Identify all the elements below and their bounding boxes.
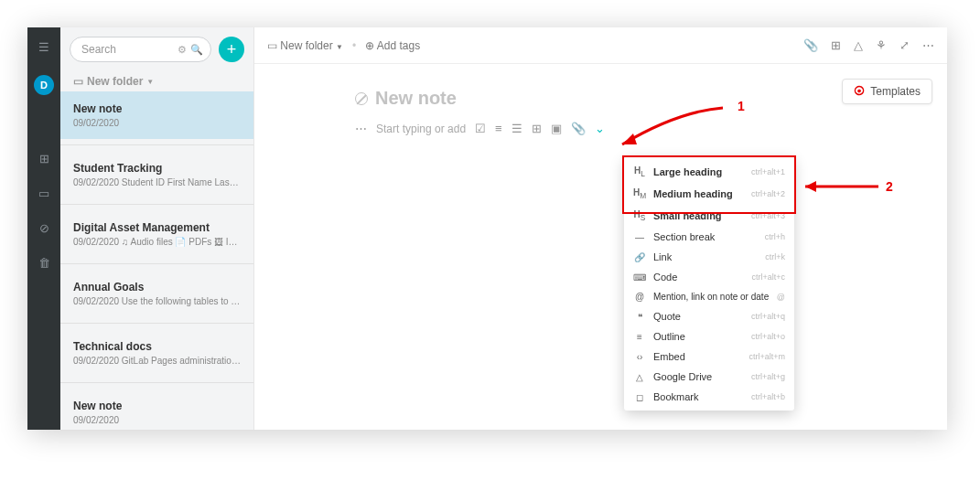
note-list: New note 09/02/2020 Student Tracking 09/…	[60, 91, 253, 430]
menu-item-google-drive[interactable]: △Google Drivectrl+alt+g	[624, 367, 794, 387]
note-item[interactable]: Digital Asset Management 09/02/2020 ♫ Au…	[60, 210, 253, 258]
add-tags-button[interactable]: ⊕ Add tags	[365, 39, 420, 52]
menu-item-link[interactable]: 🔗Linkctrl+k	[624, 247, 794, 267]
menu-item-section-break[interactable]: —Section breakctrl+h	[624, 227, 794, 247]
app-rail: ☰ D ⊞ ▭ ⊘ 🗑	[27, 27, 60, 430]
menu-item-medium-heading[interactable]: HMMedium headingctrl+alt+2	[624, 183, 794, 205]
notifications-icon[interactable]: △	[854, 38, 863, 52]
body-placeholder[interactable]: Start typing or add	[376, 123, 466, 135]
sidebar: Search ⚙🔍 + ▭ New folder ▼ New note 09/0…	[60, 27, 254, 430]
search-placeholder: Search	[81, 43, 116, 56]
tag-icon[interactable]: ⊘	[38, 221, 50, 234]
menu-item-quote[interactable]: ❝Quotectrl+alt+q	[624, 306, 794, 326]
avatar[interactable]: D	[34, 75, 54, 95]
note-item[interactable]: Technical docs 09/02/2020 GitLab Pages a…	[60, 329, 253, 377]
sidebar-folder-label[interactable]: ▭ New folder ▼	[60, 68, 253, 91]
note-title: New note	[73, 400, 241, 412]
menu-icon[interactable]: ☰	[38, 40, 50, 53]
search-input[interactable]: Search ⚙🔍	[70, 37, 211, 62]
add-note-button[interactable]: +	[219, 37, 244, 62]
main-editor: ▭ New folder ▼ • ⊕ Add tags 📎 ⊞ △ ⚘ ⤢ ⋯ …	[254, 27, 947, 430]
filter-icon[interactable]: ⚙	[178, 44, 187, 56]
menu-item-large-heading[interactable]: HLLarge headingctrl+alt+1	[624, 161, 794, 183]
note-title-input[interactable]: New note	[355, 88, 856, 109]
menu-item-outline[interactable]: ≡Outlinectrl+alt+o	[624, 326, 794, 347]
note-item[interactable]: New note 09/02/2020	[60, 389, 253, 430]
note-item[interactable]: Annual Goals 09/02/2020 Use the followin…	[60, 270, 253, 317]
avatar-letter: D	[40, 80, 48, 91]
annotation-callout-2: 2	[886, 179, 893, 194]
note-item[interactable]: Student Tracking 09/02/2020 Student ID F…	[60, 151, 253, 198]
trash-icon[interactable]: 🗑	[38, 256, 50, 269]
menu-item-code[interactable]: ⌨Codectrl+alt+c	[624, 267, 794, 287]
table-tool-icon[interactable]: ⊞	[532, 122, 542, 135]
menu-item-small-heading[interactable]: HSSmall headingctrl+alt+3	[624, 205, 794, 227]
note-title: Annual Goals	[73, 281, 241, 293]
note-title: New note	[73, 102, 241, 115]
folder-icon[interactable]: ▭	[38, 187, 50, 199]
grid-icon[interactable]: ⊞	[38, 152, 50, 165]
templates-icon: ⦿	[854, 85, 865, 98]
more-icon[interactable]: ⋯	[922, 38, 934, 52]
note-title: Digital Asset Management	[73, 221, 241, 234]
breadcrumb-folder[interactable]: ▭ New folder ▼	[267, 39, 343, 52]
attachment-icon[interactable]: 📎	[803, 38, 818, 52]
share-icon[interactable]: ⚘	[876, 38, 887, 52]
note-title: Student Tracking	[73, 162, 241, 175]
checkbox-tool-icon[interactable]: ☑	[475, 122, 486, 135]
expand-icon[interactable]: ⤢	[899, 38, 910, 52]
numbered-list-icon[interactable]: ≡	[495, 122, 502, 135]
attach-tool-icon[interactable]: 📎	[571, 122, 586, 135]
no-icon	[355, 92, 368, 105]
image-tool-icon[interactable]: ▣	[551, 122, 562, 135]
note-title: Technical docs	[73, 340, 241, 353]
templates-button[interactable]: ⦿ Templates	[842, 79, 932, 104]
search-icon[interactable]: 🔍	[190, 44, 203, 56]
menu-item-embed[interactable]: ‹›Embedctrl+alt+m	[624, 347, 794, 367]
menu-item-bookmark[interactable]: ◻Bookmarkctrl+alt+b	[624, 387, 794, 407]
bullet-list-icon[interactable]: ☰	[512, 122, 522, 135]
drag-handle-icon[interactable]: ⋯	[355, 122, 367, 135]
menu-item-mention[interactable]: @Mention, link on note or date@	[624, 287, 794, 306]
annotation-callout-1: 1	[738, 99, 745, 113]
insert-block-menu: HLLarge headingctrl+alt+1 HMMedium headi…	[624, 157, 794, 411]
more-tools-chevron-icon[interactable]: ⌄	[595, 122, 605, 135]
grid-view-icon[interactable]: ⊞	[831, 38, 841, 52]
note-item[interactable]: New note 09/02/2020	[60, 91, 253, 139]
